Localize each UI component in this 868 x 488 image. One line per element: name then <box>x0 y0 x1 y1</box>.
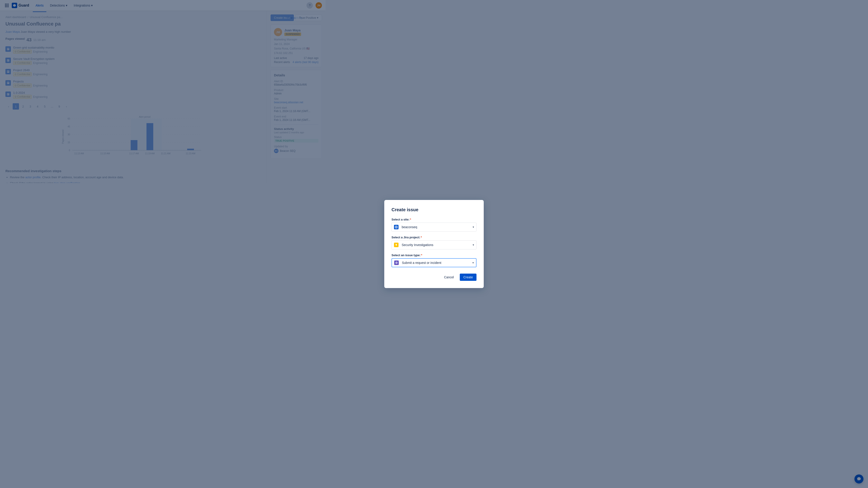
modal-overlay: Create issue Select a site:* beaconseq <box>0 0 326 183</box>
